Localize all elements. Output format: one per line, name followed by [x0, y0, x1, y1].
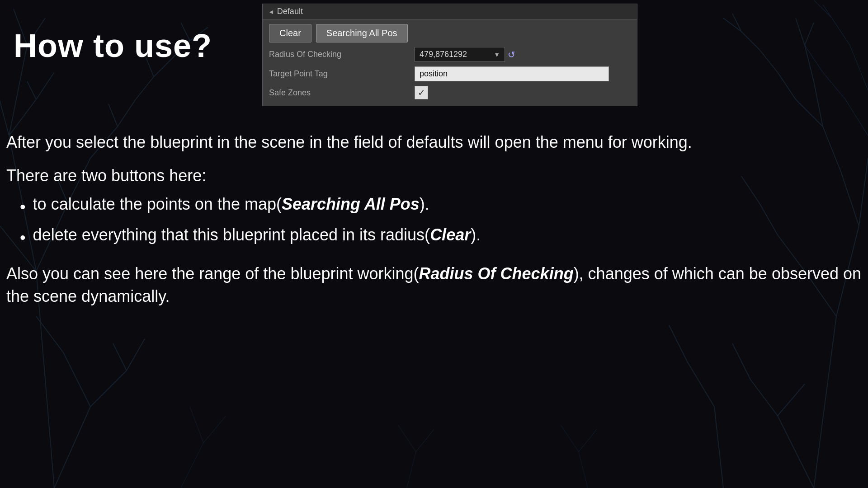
bullet-2-bold: Clear — [430, 225, 471, 244]
main-content: After you select the blueprint in the sc… — [6, 131, 862, 308]
bullet-1-bold: Searching All Pos — [282, 195, 420, 213]
bullet-list: • to calculate the points on the map(Sea… — [6, 192, 862, 250]
safe-zones-value-container: ✓ — [415, 86, 631, 99]
panel-rows: Radius Of Checking 479,8761292 ▼ ↺ Targe… — [263, 47, 637, 106]
safe-zones-label: Safe Zones — [269, 88, 409, 98]
reset-icon[interactable]: ↺ — [508, 49, 515, 60]
target-tag-value-container — [415, 66, 631, 81]
radius-value: 479,8761292 — [420, 50, 467, 59]
paragraph-1: After you select the blueprint in the sc… — [6, 131, 862, 154]
heading-1: There are two buttons here: — [6, 164, 862, 187]
bullet-1-before: to calculate the points on the map( — [33, 195, 282, 213]
bullet-dot-1: • — [20, 195, 26, 219]
target-point-tag-row: Target Point Tag — [269, 66, 631, 81]
clear-button[interactable]: Clear — [269, 24, 311, 42]
bullet-2-after: ). — [471, 225, 481, 244]
last-paragraph: Also you can see here the range of the b… — [6, 263, 862, 308]
last-para-before: Also you can see here the range of the b… — [6, 264, 419, 283]
search-all-pos-button[interactable]: Searching All Pos — [316, 24, 408, 42]
list-item-1: • to calculate the points on the map(Sea… — [20, 192, 862, 219]
bullet-text-1: to calculate the points on the map(Searc… — [33, 192, 429, 216]
radius-of-checking-label: Radius Of Checking — [269, 50, 409, 59]
bullet-1-after: ). — [420, 195, 429, 213]
defaults-panel: ◄ Default Clear Searching All Pos Radius… — [262, 4, 637, 106]
bullet-dot-2: • — [20, 225, 26, 250]
target-point-tag-label: Target Point Tag — [269, 69, 409, 79]
last-para-bold: Radius Of Checking — [419, 264, 574, 283]
checkbox-checkmark: ✓ — [418, 87, 425, 98]
bullet-2-before: delete everything that this blueprint pl… — [33, 225, 430, 244]
radius-value-container: 479,8761292 ▼ ↺ — [415, 47, 631, 62]
page-title: How to use? — [14, 27, 212, 64]
radius-input[interactable]: 479,8761292 ▼ — [415, 47, 505, 62]
panel-header: ◄ Default — [263, 4, 637, 19]
bullet-text-2: delete everything that this blueprint pl… — [33, 223, 481, 247]
radius-of-checking-row: Radius Of Checking 479,8761292 ▼ ↺ — [269, 47, 631, 62]
number-dropdown-arrow[interactable]: ▼ — [494, 51, 500, 58]
panel-header-title: Default — [277, 7, 303, 16]
panel-buttons-row: Clear Searching All Pos — [263, 19, 637, 47]
panel-collapse-arrow[interactable]: ◄ — [268, 8, 274, 15]
list-item-2: • delete everything that this blueprint … — [20, 223, 862, 250]
target-point-tag-input[interactable] — [415, 66, 609, 81]
safe-zones-checkbox[interactable]: ✓ — [415, 86, 428, 99]
safe-zones-row: Safe Zones ✓ — [269, 86, 631, 99]
